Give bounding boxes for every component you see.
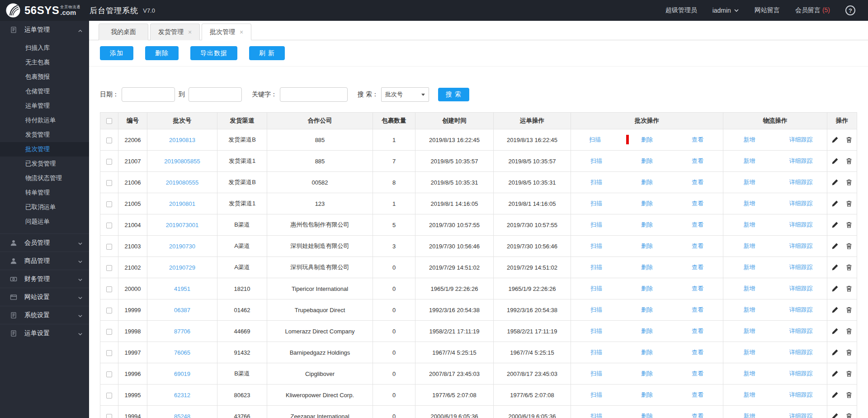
row-checkbox[interactable] xyxy=(106,244,112,250)
detail-track-link[interactable]: 详细跟踪 xyxy=(789,179,813,185)
sidebar-item-无主包裹[interactable]: 无主包裹 xyxy=(0,55,89,70)
edit-pencil-icon[interactable] xyxy=(831,200,839,207)
scan-link[interactable]: 扫描 xyxy=(590,413,602,418)
view-link[interactable]: 查看 xyxy=(692,285,703,292)
sidebar-section-member-management[interactable]: 会员管理 xyxy=(0,233,89,252)
batch-delete-link[interactable]: 删除 xyxy=(641,136,653,143)
tab-shipping-management[interactable]: 发货管理× xyxy=(150,24,200,40)
delete-trash-icon[interactable] xyxy=(845,200,853,207)
search-button[interactable]: 搜 索 xyxy=(438,88,469,101)
row-checkbox[interactable] xyxy=(106,159,112,165)
view-link[interactable]: 查看 xyxy=(692,391,703,398)
edit-pencil-icon[interactable] xyxy=(831,264,839,271)
view-link[interactable]: 查看 xyxy=(692,179,703,185)
edit-pencil-icon[interactable] xyxy=(831,242,839,250)
sidebar-item-批次管理[interactable]: 批次管理 xyxy=(0,142,89,157)
detail-track-link[interactable]: 详细跟踪 xyxy=(789,242,813,249)
add-button[interactable]: 添加 xyxy=(100,46,133,60)
sidebar-item-已取消运单[interactable]: 已取消运单 xyxy=(0,200,89,214)
delete-trash-icon[interactable] xyxy=(845,349,853,356)
row-checkbox[interactable] xyxy=(106,201,112,207)
logistics-add-link[interactable]: 新增 xyxy=(743,221,755,228)
edit-pencil-icon[interactable] xyxy=(831,285,839,292)
batch-delete-link[interactable]: 删除 xyxy=(641,413,653,418)
sidebar-item-转单管理[interactable]: 转单管理 xyxy=(0,185,89,200)
select-all-checkbox[interactable] xyxy=(106,118,112,124)
date-to-input[interactable] xyxy=(189,87,242,102)
sidebar-section-site-settings[interactable]: 网站设置 xyxy=(0,288,89,306)
scan-link[interactable]: 扫描 xyxy=(590,157,602,164)
logistics-add-link[interactable]: 新增 xyxy=(743,285,755,292)
logistics-add-link[interactable]: 新增 xyxy=(743,370,755,377)
logistics-add-link[interactable]: 新增 xyxy=(743,136,755,143)
batch-delete-link[interactable]: 删除 xyxy=(641,200,653,207)
row-checkbox[interactable] xyxy=(106,180,112,186)
scan-link[interactable]: 扫描 xyxy=(589,136,601,143)
delete-button[interactable]: 删除 xyxy=(145,46,179,60)
view-link[interactable]: 查看 xyxy=(692,242,703,249)
scan-link[interactable]: 扫描 xyxy=(590,370,602,377)
detail-track-link[interactable]: 详细跟踪 xyxy=(789,413,813,418)
detail-track-link[interactable]: 详细跟踪 xyxy=(789,157,813,164)
sidebar-item-物流状态管理[interactable]: 物流状态管理 xyxy=(0,171,89,185)
batch-number-link[interactable]: 20190813 xyxy=(169,137,195,143)
view-link[interactable]: 查看 xyxy=(692,136,703,143)
row-checkbox[interactable] xyxy=(106,329,112,335)
view-link[interactable]: 查看 xyxy=(692,200,703,207)
edit-pencil-icon[interactable] xyxy=(831,136,839,143)
row-checkbox[interactable] xyxy=(106,308,112,314)
delete-trash-icon[interactable] xyxy=(845,306,853,314)
row-checkbox[interactable] xyxy=(106,414,112,418)
detail-track-link[interactable]: 详细跟踪 xyxy=(789,221,813,228)
row-checkbox[interactable] xyxy=(106,286,112,292)
batch-delete-link[interactable]: 删除 xyxy=(641,306,653,313)
batch-number-link[interactable]: 20190729 xyxy=(169,264,195,271)
scan-link[interactable]: 扫描 xyxy=(590,306,602,313)
delete-trash-icon[interactable] xyxy=(845,264,853,271)
batch-number-link[interactable]: 20190805855 xyxy=(164,158,200,165)
tab-my-desktop[interactable]: 我的桌面 xyxy=(99,24,148,40)
delete-trash-icon[interactable] xyxy=(845,179,853,186)
batch-number-link[interactable]: 85248 xyxy=(174,413,190,418)
view-link[interactable]: 查看 xyxy=(692,328,703,334)
detail-track-link[interactable]: 详细跟踪 xyxy=(789,328,813,334)
detail-track-link[interactable]: 详细跟踪 xyxy=(789,349,813,356)
edit-pencil-icon[interactable] xyxy=(831,306,839,314)
logistics-add-link[interactable]: 新增 xyxy=(743,391,755,398)
sidebar-item-包裹预报[interactable]: 包裹预报 xyxy=(0,70,89,84)
sidebar-section-waybill-settings[interactable]: 运单设置 xyxy=(0,324,89,342)
batch-number-link[interactable]: 2019073001 xyxy=(166,222,198,228)
view-link[interactable]: 查看 xyxy=(692,157,703,164)
user-menu[interactable]: iadmin xyxy=(712,7,739,14)
scan-link[interactable]: 扫描 xyxy=(590,391,602,398)
scan-link[interactable]: 扫描 xyxy=(590,221,602,228)
view-link[interactable]: 查看 xyxy=(692,413,703,418)
row-checkbox[interactable] xyxy=(106,265,112,271)
help-icon[interactable]: ? xyxy=(845,5,855,15)
member-messages-link[interactable]: 会员留言(5) xyxy=(795,6,830,14)
delete-trash-icon[interactable] xyxy=(845,285,853,292)
sidebar-item-待付款运单[interactable]: 待付款运单 xyxy=(0,113,89,128)
logistics-add-link[interactable]: 新增 xyxy=(743,179,755,185)
scan-link[interactable]: 扫描 xyxy=(590,328,602,334)
search-type-select[interactable]: 批次号 xyxy=(381,87,429,102)
sidebar-item-运单管理[interactable]: 运单管理 xyxy=(0,99,89,113)
edit-pencil-icon[interactable] xyxy=(831,328,839,335)
delete-trash-icon[interactable] xyxy=(845,221,853,228)
batch-number-link[interactable]: 87706 xyxy=(174,328,190,335)
batch-delete-link[interactable]: 删除 xyxy=(641,285,653,292)
view-link[interactable]: 查看 xyxy=(692,349,703,356)
delete-trash-icon[interactable] xyxy=(845,391,853,399)
detail-track-link[interactable]: 详细跟踪 xyxy=(789,264,813,271)
detail-track-link[interactable]: 详细跟踪 xyxy=(789,200,813,207)
scan-link[interactable]: 扫描 xyxy=(590,242,602,249)
row-checkbox[interactable] xyxy=(106,138,112,143)
refresh-button[interactable]: 刷 新 xyxy=(249,46,285,60)
delete-trash-icon[interactable] xyxy=(845,242,853,250)
export-data-button[interactable]: 导出数据 xyxy=(190,46,237,60)
batch-number-link[interactable]: 2019080555 xyxy=(166,179,198,186)
detail-track-link[interactable]: 详细跟踪 xyxy=(789,285,813,292)
edit-pencil-icon[interactable] xyxy=(831,391,839,399)
date-from-input[interactable] xyxy=(122,87,175,102)
batch-delete-link[interactable]: 删除 xyxy=(641,391,653,398)
